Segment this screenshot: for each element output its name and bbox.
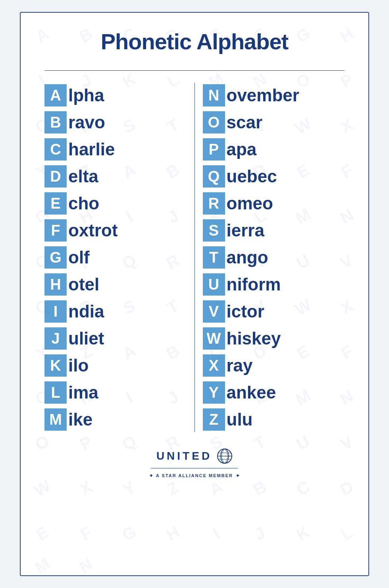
word-item-z: Z ulu (203, 407, 345, 432)
word-rest-m: ike (68, 411, 92, 428)
letter-k: K (50, 358, 61, 373)
letter-box-j: J (44, 327, 67, 350)
page-title: Phonetic Alphabet (44, 29, 345, 54)
letter-box-t: T (203, 246, 225, 269)
letter-box-g: G (44, 246, 67, 269)
word-item-j: J uliet (44, 326, 187, 351)
letter-y: Y (209, 385, 219, 400)
letter-box-v: V (203, 300, 225, 323)
word-rest-r: omeo (227, 195, 273, 212)
united-logo: UNITED (156, 448, 233, 464)
letter-box-f: F (44, 219, 67, 242)
star-icon-2: ✦ (235, 472, 240, 479)
word-rest-c: harlie (68, 141, 115, 158)
word-rest-j: uliet (68, 330, 104, 347)
letter-z: Z (209, 412, 218, 427)
word-rest-y: ankee (227, 384, 276, 401)
column-divider (194, 83, 195, 432)
letter-f: F (51, 223, 60, 238)
word-item-f: F oxtrot (44, 218, 187, 243)
letter-box-d: D (44, 165, 67, 188)
letter-box-m: M (44, 408, 67, 431)
letter-box-l: L (44, 381, 67, 404)
star-icon: ✦ (149, 472, 154, 479)
word-rest-v: ictor (227, 303, 264, 320)
word-rest-b: ravo (68, 114, 105, 131)
letter-p: P (209, 142, 219, 157)
word-item-k: K ilo (44, 353, 187, 378)
letter-box-h: H (44, 273, 67, 296)
word-rest-s: ierra (227, 222, 264, 239)
word-rest-z: ulu (227, 411, 253, 428)
word-rest-h: otel (68, 276, 99, 293)
main-card: ABCDEFGHIJKLMNOPQRSTUVWXYZABCDEFGHIJKLMN… (20, 12, 369, 576)
globe-icon (217, 448, 233, 464)
word-rest-p: apa (227, 141, 257, 158)
word-item-c: C harlie (44, 137, 187, 162)
word-item-d: D elta (44, 164, 187, 189)
word-rest-q: uebec (227, 168, 277, 185)
word-item-n: N ovember (203, 83, 345, 108)
word-rest-k: ilo (68, 357, 89, 374)
letter-box-n: N (203, 84, 225, 106)
letter-v: V (209, 304, 219, 319)
word-rest-l: ima (68, 384, 98, 401)
letter-box-y: Y (203, 381, 225, 404)
letter-n: N (208, 88, 219, 103)
footer-divider (151, 468, 238, 468)
letter-box-a: A (44, 84, 67, 106)
letter-d: D (50, 169, 61, 184)
letter-box-s: S (203, 219, 225, 242)
word-item-b: B ravo (44, 110, 187, 135)
letter-l: L (51, 385, 60, 400)
letter-box-x: X (203, 354, 225, 377)
left-column: A lpha B ravo C harlie D elta E cho F ox… (44, 83, 187, 432)
brand-name: UNITED (156, 450, 212, 462)
letter-c: C (50, 142, 61, 157)
letter-box-p: P (203, 138, 225, 161)
letter-box-e: E (44, 192, 67, 215)
word-item-s: S ierra (203, 218, 345, 243)
word-item-r: R omeo (203, 191, 345, 216)
letter-box-o: O (203, 111, 225, 133)
word-rest-o: scar (227, 114, 263, 131)
letter-t: T (209, 250, 218, 265)
letter-x: X (209, 358, 219, 373)
word-rest-x: ray (227, 357, 253, 374)
word-rest-f: oxtrot (68, 222, 118, 239)
letter-a: A (50, 88, 61, 103)
word-item-x: X ray (203, 353, 345, 378)
letter-m: M (49, 412, 62, 427)
word-item-q: Q uebec (203, 164, 345, 189)
word-item-a: A lpha (44, 83, 187, 108)
word-item-g: G olf (44, 245, 187, 270)
word-item-m: M ike (44, 407, 187, 432)
letter-box-z: Z (203, 408, 225, 431)
letter-w: W (207, 331, 221, 346)
letter-box-b: B (44, 111, 67, 133)
letter-q: Q (208, 169, 220, 184)
word-rest-e: cho (68, 195, 99, 212)
right-column: N ovember O scar P apa Q uebec R omeo S … (203, 83, 345, 432)
word-rest-i: ndia (68, 303, 104, 320)
word-rest-u: niform (227, 276, 281, 293)
word-item-l: L ima (44, 380, 187, 405)
word-rest-g: olf (68, 249, 90, 266)
word-item-i: I ndia (44, 299, 187, 324)
letter-box-c: C (44, 138, 67, 161)
letter-r: R (208, 196, 219, 211)
word-item-u: U niform (203, 272, 345, 297)
word-item-e: E cho (44, 191, 187, 216)
letter-box-r: R (203, 192, 225, 215)
letter-s: S (209, 223, 219, 238)
word-item-t: T ango (203, 245, 345, 270)
letter-box-i: I (44, 300, 67, 323)
word-item-y: Y ankee (203, 380, 345, 405)
footer: UNITED ✦ A STAR ALLIANCE MEMBER ✦ (44, 448, 345, 479)
letter-o: O (208, 115, 220, 130)
letter-g: G (50, 250, 62, 265)
word-item-o: O scar (203, 110, 345, 135)
star-alliance-row: ✦ A STAR ALLIANCE MEMBER ✦ (149, 472, 240, 479)
letter-i: I (54, 304, 58, 319)
letter-box-u: U (203, 273, 225, 296)
